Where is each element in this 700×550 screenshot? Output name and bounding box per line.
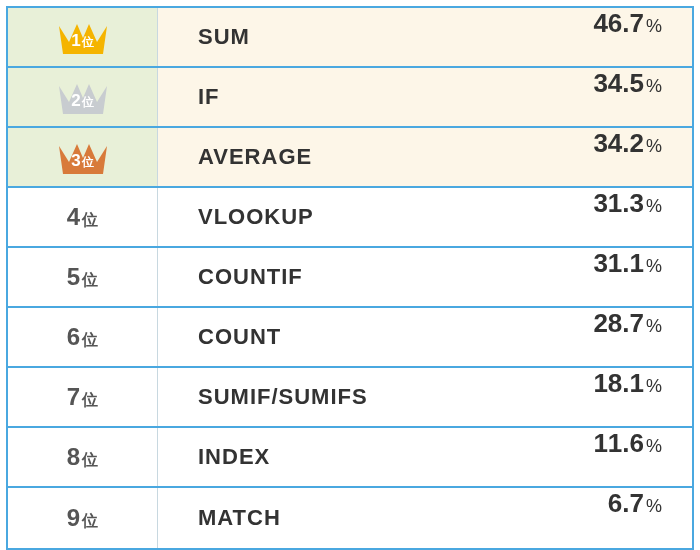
rank-suffix: 位 — [82, 210, 98, 231]
percentage-value: 18.1 — [593, 368, 644, 399]
table-row: 4位 VLOOKUP 31.3% — [8, 188, 692, 248]
function-name: MATCH — [158, 488, 532, 548]
rank-suffix: 位 — [82, 450, 98, 471]
rank-suffix: 位 — [82, 154, 94, 171]
percentage-cell: 34.2% — [532, 128, 692, 186]
rank-suffix: 位 — [82, 94, 94, 111]
rank-suffix: 位 — [82, 34, 94, 51]
rank-cell: 4位 — [8, 188, 158, 246]
percentage-value: 34.2 — [593, 128, 644, 159]
function-name: INDEX — [158, 428, 532, 486]
rank-suffix: 位 — [82, 270, 98, 291]
percentage-value: 46.7 — [593, 8, 644, 39]
rank-suffix: 位 — [82, 390, 98, 411]
rank-number: 5 — [67, 263, 80, 291]
rank-number: 9 — [67, 504, 80, 532]
table-row: 3位 AVERAGE 34.2% — [8, 128, 692, 188]
percentage-value: 31.1 — [593, 248, 644, 279]
percentage-value: 11.6 — [593, 428, 644, 459]
percent-sign: % — [646, 496, 662, 517]
percent-sign: % — [646, 16, 662, 37]
rank-cell: 5位 — [8, 248, 158, 306]
table-row: 1位 SUM 46.7% — [8, 8, 692, 68]
percentage-cell: 46.7% — [532, 8, 692, 66]
table-row: 2位 IF 34.5% — [8, 68, 692, 128]
percentage-cell: 31.3% — [532, 188, 692, 246]
rank-number: 8 — [67, 443, 80, 471]
table-row: 5位 COUNTIF 31.1% — [8, 248, 692, 308]
rank-number: 2 — [71, 91, 80, 111]
rank-cell: 1位 — [8, 8, 158, 66]
percentage-value: 6.7 — [608, 488, 644, 519]
rank-number: 1 — [71, 31, 80, 51]
percent-sign: % — [646, 436, 662, 457]
rank-cell: 8位 — [8, 428, 158, 486]
rank-suffix: 位 — [82, 511, 98, 532]
percent-sign: % — [646, 196, 662, 217]
rank-cell: 2位 — [8, 68, 158, 126]
table-row: 9位 MATCH 6.7% — [8, 488, 692, 548]
rank-cell: 6位 — [8, 308, 158, 366]
rank-number: 4 — [67, 203, 80, 231]
percent-sign: % — [646, 256, 662, 277]
percent-sign: % — [646, 376, 662, 397]
function-name: AVERAGE — [158, 128, 532, 186]
rank-number: 6 — [67, 323, 80, 351]
function-name: SUM — [158, 8, 532, 66]
percentage-cell: 18.1% — [532, 368, 692, 426]
rank-number: 7 — [67, 383, 80, 411]
percentage-cell: 31.1% — [532, 248, 692, 306]
crown-gold-icon: 1位 — [53, 17, 113, 57]
percentage-value: 28.7 — [593, 308, 644, 339]
percentage-cell: 11.6% — [532, 428, 692, 486]
function-name: SUMIF/SUMIFS — [158, 368, 532, 426]
rank-number: 3 — [71, 151, 80, 171]
table-row: 7位 SUMIF/SUMIFS 18.1% — [8, 368, 692, 428]
function-name: VLOOKUP — [158, 188, 532, 246]
percent-sign: % — [646, 316, 662, 337]
percentage-value: 31.3 — [593, 188, 644, 219]
percentage-cell: 34.5% — [532, 68, 692, 126]
percentage-cell: 6.7% — [532, 488, 692, 548]
function-name: IF — [158, 68, 532, 126]
rank-cell: 3位 — [8, 128, 158, 186]
function-name: COUNT — [158, 308, 532, 366]
function-name: COUNTIF — [158, 248, 532, 306]
table-row: 6位 COUNT 28.7% — [8, 308, 692, 368]
crown-silver-icon: 2位 — [53, 77, 113, 117]
percent-sign: % — [646, 76, 662, 97]
rank-suffix: 位 — [82, 330, 98, 351]
rank-cell: 7位 — [8, 368, 158, 426]
rank-cell: 9位 — [8, 488, 158, 548]
percent-sign: % — [646, 136, 662, 157]
percentage-value: 34.5 — [593, 68, 644, 99]
table-row: 8位 INDEX 11.6% — [8, 428, 692, 488]
ranking-table: 1位 SUM 46.7% 2位 IF 34.5% 3位 AVERAGE — [6, 6, 694, 550]
crown-bronze-icon: 3位 — [53, 137, 113, 177]
percentage-cell: 28.7% — [532, 308, 692, 366]
